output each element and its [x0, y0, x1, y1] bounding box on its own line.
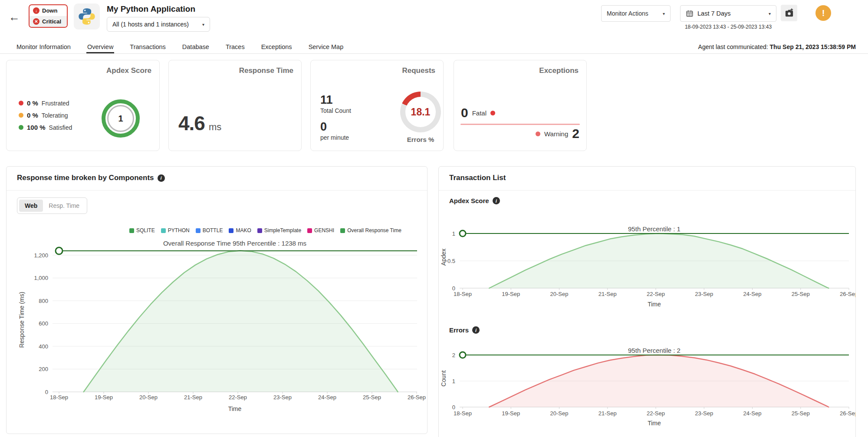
hosts-instances-dropdown[interactable]: All (1 hosts and 1 instances) ▾ [107, 17, 210, 32]
svg-text:25-Sep: 25-Sep [792, 410, 810, 417]
web-resptime-toggle: WebResp. Time [17, 197, 87, 214]
chart-legend-item[interactable]: BOTTLE [196, 227, 223, 233]
fatal-value: 0 [461, 106, 468, 119]
svg-text:Time: Time [648, 420, 661, 427]
tab-exceptions[interactable]: Exceptions [260, 42, 293, 53]
svg-text:23-Sep: 23-Sep [695, 291, 713, 297]
time-range-block: Last 7 Days ▾ 18-09-2023 13:43 - 25-09-2… [680, 5, 776, 30]
legend-name: SQLITE [136, 227, 155, 233]
legend-percent: 0 % [27, 99, 38, 107]
legend-percent: 100 % [27, 124, 46, 131]
svg-text:Time: Time [648, 301, 661, 308]
svg-text:22-Sep: 22-Sep [229, 394, 247, 401]
chevron-down-icon: ▾ [663, 11, 665, 16]
legend-swatch [196, 228, 201, 233]
apdex-legend-row: 0 %Frustrated [19, 99, 72, 107]
chevron-down-icon: ▾ [769, 11, 771, 16]
svg-text:18-Sep: 18-Sep [454, 291, 472, 297]
warning-label: Warning [544, 130, 568, 138]
toggle-option-web[interactable]: Web [19, 200, 43, 212]
legend-dot [19, 113, 23, 118]
svg-text:Apdex: Apdex [440, 249, 447, 266]
chart-legend-item[interactable]: SQLITE [129, 227, 155, 233]
monitor-actions-dropdown[interactable]: Monitor Actions ▾ [601, 5, 671, 22]
legend-swatch [257, 228, 262, 233]
info-icon[interactable]: i [158, 174, 165, 182]
svg-text:Overall Response Time 95th Per: Overall Response Time 95th Percentile : … [163, 240, 306, 247]
svg-text:1,000: 1,000 [34, 275, 48, 281]
chart-legend-item[interactable]: SimpleTemplate [257, 227, 301, 233]
apdex-legend-row: 0 %Tolerating [19, 112, 72, 119]
svg-text:1,200: 1,200 [34, 252, 48, 259]
legend-swatch [229, 228, 233, 233]
chevron-down-icon: ▾ [202, 22, 204, 27]
agent-last-communicated: Agent last communicated: Thu Sep 21, 202… [698, 43, 856, 50]
apdex-legend: 0 %Frustrated0 %Tolerating100 %Satisfied [19, 99, 72, 136]
svg-text:19-Sep: 19-Sep [502, 291, 520, 297]
legend-swatch [161, 228, 166, 233]
legend-name: BOTTLE [203, 227, 223, 233]
monitor-status-box: ↓ Down ✕ Critical [29, 4, 68, 28]
svg-text:Response Time (ms): Response Time (ms) [18, 292, 25, 348]
chart-legend-item[interactable]: PYTHON [161, 227, 190, 233]
apdex-chart: 00.5118-Sep19-Sep20-Sep21-Sep22-Sep23-Se… [439, 220, 856, 309]
section-label-text: Errors [449, 326, 469, 334]
svg-text:2: 2 [452, 352, 455, 358]
svg-text:95th Percentile : 2: 95th Percentile : 2 [628, 347, 681, 354]
chart-legend-item[interactable]: Overall Response Time [340, 227, 401, 233]
legend-swatch [307, 228, 312, 233]
back-button[interactable]: ← [9, 11, 20, 23]
svg-text:800: 800 [39, 298, 48, 304]
response-time-value: 4.6 ms [178, 112, 221, 135]
calendar-icon [686, 10, 694, 17]
svg-text:20-Sep: 20-Sep [550, 291, 569, 297]
apdex-score-card: Apdex Score 0 %Frustrated0 %Tolerating10… [6, 60, 160, 151]
warning-dot [536, 131, 540, 136]
warning-value: 2 [572, 127, 579, 140]
tab-database[interactable]: Database [181, 42, 210, 53]
legend-label: Frustrated [42, 100, 69, 107]
tab-transactions[interactable]: Transactions [129, 42, 166, 53]
legend-swatch [129, 228, 134, 233]
tab-overview[interactable]: Overview [86, 42, 114, 53]
svg-text:18-Sep: 18-Sep [50, 394, 68, 401]
legend-swatch [340, 228, 345, 233]
exceptions-sparkline [460, 124, 580, 125]
monitor-actions-label: Monitor Actions [607, 10, 648, 17]
info-icon[interactable]: i [493, 197, 500, 204]
screenshot-camera-button[interactable] [781, 5, 797, 21]
svg-text:21-Sep: 21-Sep [184, 394, 202, 401]
info-icon[interactable]: i [472, 326, 480, 334]
page-title: My Python Application [107, 4, 210, 14]
agent-label: Agent last communicated: [698, 43, 768, 50]
errors-percent-label: Errors % [400, 136, 441, 143]
time-range-dropdown[interactable]: Last 7 Days ▾ [680, 5, 776, 22]
svg-text:0.5: 0.5 [447, 258, 455, 264]
svg-text:24-Sep: 24-Sep [318, 394, 336, 401]
divider [7, 190, 427, 191]
svg-text:1: 1 [452, 230, 455, 237]
total-count-value: 11 [320, 94, 351, 106]
apdex-score-section-label: Apdex Score i [449, 197, 500, 204]
per-minute-value: 0 [320, 121, 351, 133]
tab-bar: Monitor InformationOverviewTransactionsD… [0, 42, 868, 54]
tab-traces[interactable]: Traces [225, 42, 246, 53]
legend-dot [19, 125, 23, 130]
warning-badge[interactable]: ! [815, 5, 831, 21]
svg-text:95th Percentile : 1: 95th Percentile : 1 [628, 225, 681, 233]
fatal-row: 0 Fatal [461, 106, 495, 119]
status-down: ↓ Down [30, 5, 67, 16]
svg-text:23-Sep: 23-Sep [273, 394, 292, 401]
critical-x-icon: ✕ [33, 18, 39, 25]
tab-monitor-information[interactable]: Monitor Information [16, 42, 72, 53]
card-title: Apdex Score [106, 66, 151, 75]
svg-text:24-Sep: 24-Sep [743, 410, 762, 417]
chart-legend-item[interactable]: MAKO [229, 227, 251, 233]
components-chart: 02004006008001,0001,20018-Sep19-Sep20-Se… [7, 237, 426, 419]
errors-gauge-block: 18.1 Errors % [400, 92, 441, 143]
total-count-label: Total Count [320, 107, 351, 114]
svg-text:26-Sep: 26-Sep [840, 410, 856, 417]
tab-service-map[interactable]: Service Map [308, 42, 345, 53]
toggle-option-resp-time[interactable]: Resp. Time [43, 200, 85, 212]
chart-legend-item[interactable]: GENSHI [307, 227, 334, 233]
